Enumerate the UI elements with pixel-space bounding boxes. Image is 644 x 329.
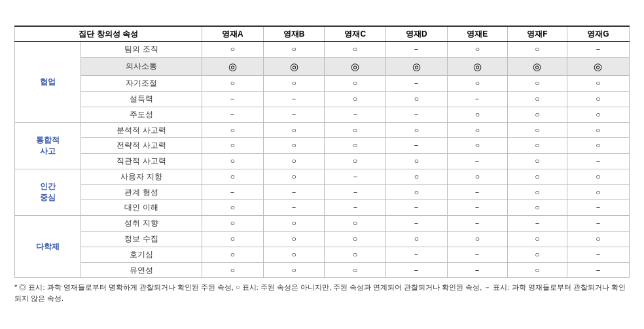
- value-cell: －: [447, 184, 507, 200]
- value-cell: ○: [507, 232, 567, 247]
- value-cell: ○: [447, 232, 507, 247]
- value-cell: －: [447, 262, 507, 278]
- value-cell: ○: [202, 138, 264, 154]
- attr-cell: 대인 이해: [80, 200, 202, 216]
- value-cell: －: [263, 107, 325, 122]
- value-cell: ○: [263, 169, 325, 184]
- value-cell: ○: [263, 76, 325, 92]
- value-cell: －: [202, 184, 264, 200]
- col-header-B: 영재B: [263, 26, 325, 42]
- value-cell: ○: [447, 138, 507, 154]
- value-cell: ○: [202, 216, 264, 232]
- value-cell: ○: [447, 122, 507, 138]
- value-cell: －: [386, 200, 448, 216]
- value-cell: ○: [386, 154, 448, 169]
- value-cell: －: [263, 200, 325, 216]
- value-cell: ○: [507, 200, 567, 216]
- attr-cell: 성취 지향: [80, 216, 202, 232]
- value-cell: ○: [447, 76, 507, 92]
- value-cell: －: [202, 91, 264, 107]
- value-cell: －: [325, 107, 386, 122]
- value-cell: ○: [325, 42, 386, 58]
- value-cell: ○: [447, 42, 507, 58]
- value-cell: ○: [263, 154, 325, 169]
- value-cell: ◎: [202, 58, 264, 76]
- value-cell: －: [567, 154, 629, 169]
- value-cell: ○: [325, 76, 386, 92]
- value-cell: ◎: [386, 58, 448, 76]
- value-cell: ○: [263, 262, 325, 278]
- value-cell: ○: [567, 184, 629, 200]
- attr-cell: 팀의 조직: [80, 42, 202, 58]
- value-cell: －: [386, 76, 448, 92]
- value-cell: －: [447, 91, 507, 107]
- category-cell: 협업: [15, 42, 81, 122]
- attr-cell: 전략적 사고력: [80, 138, 202, 154]
- attr-cell: 사용자 지향: [80, 169, 202, 184]
- value-cell: ○: [567, 122, 629, 138]
- value-cell: ○: [447, 107, 507, 122]
- attr-cell: 주도성: [80, 107, 202, 122]
- value-cell: －: [386, 262, 448, 278]
- value-cell: －: [447, 247, 507, 262]
- value-cell: －: [325, 184, 386, 200]
- value-cell: －: [386, 216, 448, 232]
- value-cell: －: [567, 262, 629, 278]
- value-cell: ○: [507, 42, 567, 58]
- value-cell: ○: [567, 91, 629, 107]
- value-cell: －: [386, 107, 448, 122]
- value-cell: －: [325, 169, 386, 184]
- col-header-F: 영재F: [507, 26, 567, 42]
- attr-cell: 분석적 사고력: [80, 122, 202, 138]
- value-cell: －: [386, 247, 448, 262]
- value-cell: ○: [507, 122, 567, 138]
- value-cell: ◎: [325, 58, 386, 76]
- value-cell: ○: [325, 154, 386, 169]
- value-cell: －: [567, 247, 629, 262]
- value-cell: ○: [202, 169, 264, 184]
- value-cell: ○: [202, 232, 264, 247]
- value-cell: ○: [507, 184, 567, 200]
- value-cell: ○: [325, 232, 386, 247]
- value-cell: －: [567, 200, 629, 216]
- value-cell: ○: [567, 107, 629, 122]
- value-cell: ○: [325, 262, 386, 278]
- value-cell: －: [447, 216, 507, 232]
- value-cell: ○: [202, 122, 264, 138]
- col-header-C: 영재C: [325, 26, 386, 42]
- value-cell: －: [447, 200, 507, 216]
- value-cell: ○: [202, 154, 264, 169]
- value-cell: ○: [507, 169, 567, 184]
- value-cell: －: [325, 200, 386, 216]
- value-cell: ○: [567, 232, 629, 247]
- col-header-G: 영재G: [567, 26, 629, 42]
- col-header-D: 영재D: [386, 26, 448, 42]
- attr-cell: 의사소통: [80, 58, 202, 76]
- value-cell: －: [263, 91, 325, 107]
- value-cell: ○: [325, 216, 386, 232]
- value-cell: ○: [386, 169, 448, 184]
- category-cell: 통합적 사고: [15, 122, 81, 169]
- value-cell: ○: [263, 138, 325, 154]
- attr-cell: 관계 형성: [80, 184, 202, 200]
- value-cell: －: [202, 107, 264, 122]
- value-cell: ○: [567, 76, 629, 92]
- value-cell: －: [507, 216, 567, 232]
- value-cell: －: [567, 216, 629, 232]
- main-container: 집단 창의성 속성 영재A 영재B 영재C 영재D 영재E 영재F 영재G 협업…: [14, 26, 630, 304]
- col-header-E: 영재E: [447, 26, 507, 42]
- value-cell: ○: [567, 169, 629, 184]
- attr-cell: 설득력: [80, 91, 202, 107]
- value-cell: ○: [325, 247, 386, 262]
- value-cell: ○: [507, 262, 567, 278]
- attr-cell: 호기심: [80, 247, 202, 262]
- value-cell: ○: [202, 247, 264, 262]
- footnote: * ◎ 표시: 과학 영재들로부터 명확하게 관찰되거나 확인된 주된 속성, …: [14, 282, 630, 303]
- value-cell: ○: [507, 107, 567, 122]
- value-cell: ○: [263, 232, 325, 247]
- value-cell: ○: [447, 169, 507, 184]
- value-cell: ○: [507, 154, 567, 169]
- attr-cell: 자기조절: [80, 76, 202, 92]
- col-header-A: 영재A: [202, 26, 264, 42]
- value-cell: ○: [202, 262, 264, 278]
